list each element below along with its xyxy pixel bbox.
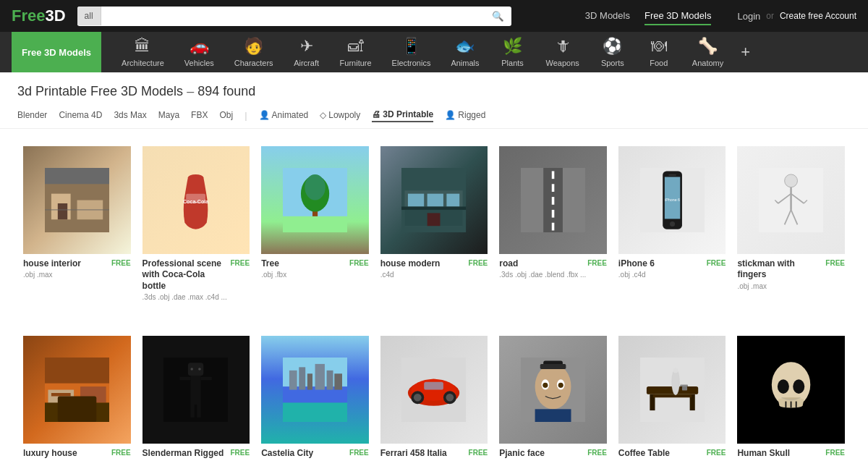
cat-weapons-label: Weapons	[546, 59, 579, 67]
model-card-house-modern[interactable]: house modern FREE .c4d	[375, 140, 494, 307]
search-button[interactable]: 🔍	[485, 7, 511, 26]
filter-maya[interactable]: Maya	[158, 109, 179, 122]
model-name: stickman with fingers	[737, 258, 822, 281]
free-badge: FREE	[825, 259, 845, 267]
model-card-iphone6[interactable]: iPhone 6 iPhone 6 FREE .obj .c4d	[613, 140, 732, 307]
model-thumb	[23, 146, 131, 254]
model-info: house interior FREE	[23, 258, 131, 270]
cat-aircraft[interactable]: ✈ Aircraft	[285, 33, 328, 72]
filter-3d-printable[interactable]: 🖨3D Printable	[372, 108, 433, 122]
model-card-castelia[interactable]: Castelia City FREE .3ds .obj .dae .fbx .…	[255, 330, 375, 461]
svg-rect-4	[58, 203, 67, 219]
separator: or	[766, 11, 774, 21]
model-name: Human Skull	[737, 448, 822, 460]
model-info: road FREE	[499, 258, 607, 270]
logo[interactable]: Free3D	[12, 7, 66, 25]
model-card-luxury[interactable]: luxury house interior FREE .obj .max	[17, 330, 137, 461]
cat-anatomy[interactable]: 🦴 Anatomy	[684, 33, 732, 72]
model-card-tree[interactable]: Tree FREE .obj .fbx	[255, 140, 375, 307]
svg-rect-33	[668, 174, 676, 176]
model-formats: .obj .fbx	[261, 271, 369, 279]
svg-rect-65	[299, 367, 305, 389]
cat-animals[interactable]: 🐟 Animals	[442, 33, 488, 72]
main-nav: 3D Models Free 3D Models	[585, 7, 712, 25]
cat-vehicles-label: Vehicles	[184, 59, 214, 67]
cat-plants-label: Plants	[501, 59, 524, 67]
cat-electronics[interactable]: 📱 Electronics	[383, 33, 440, 72]
filter-fbx[interactable]: FBX	[191, 109, 208, 122]
filter-lowpoly[interactable]: ◇Lowpoly	[320, 109, 360, 122]
cat-architecture-label: Architecture	[122, 59, 164, 67]
cat-characters[interactable]: 🧑 Characters	[226, 33, 282, 72]
cat-food[interactable]: 🍽 Food	[637, 33, 681, 72]
more-categories-button[interactable]: +	[735, 38, 756, 66]
model-card-slenderman[interactable]: Slenderman Rigged FREE .c4d .fbx	[137, 330, 256, 461]
electronics-icon: 📱	[401, 37, 421, 56]
svg-point-36	[785, 174, 798, 187]
filter-rigged[interactable]: 👤Rigged	[445, 109, 485, 122]
filter-tabs: Blender Cinema 4D 3ds Max Maya FBX Obj |…	[17, 108, 851, 122]
model-formats: .obj .max	[23, 271, 131, 279]
search-label: all	[77, 7, 101, 25]
coffee-table-image	[640, 358, 705, 422]
cat-vehicles[interactable]: 🚗 Vehicles	[176, 33, 223, 72]
nav-3d-models[interactable]: 3D Models	[585, 7, 630, 25]
filter-blender[interactable]: Blender	[17, 109, 47, 122]
slenderman-image	[163, 358, 228, 422]
cat-architecture[interactable]: 🏛 Architecture	[113, 33, 173, 72]
model-info: stickman with fingers FREE	[737, 258, 845, 281]
model-card-pjanic[interactable]: Pjanic face FREE .3ds .obj .dae .blend .…	[493, 330, 613, 461]
nav-free-3d[interactable]: Free 3D Models	[644, 7, 711, 25]
model-card-house-interior[interactable]: house interior FREE .obj .max	[17, 140, 137, 307]
model-thumb	[142, 336, 250, 444]
cat-characters-label: Characters	[234, 59, 273, 67]
free-badge: FREE	[587, 449, 607, 457]
model-info: house modern FREE	[380, 258, 488, 270]
cat-furniture[interactable]: 🛋 Furniture	[331, 33, 380, 72]
plants-icon: 🌿	[503, 37, 522, 56]
svg-point-32	[670, 221, 675, 227]
model-formats: .obj .max	[737, 282, 845, 290]
search-input[interactable]	[101, 7, 485, 26]
model-thumb	[261, 146, 369, 254]
model-name: house modern	[380, 258, 466, 270]
aircraft-icon: ✈	[300, 37, 313, 56]
filter-obj[interactable]: Obj	[219, 109, 233, 122]
model-info: Ferrari 458 Italia (textured) FREE	[380, 448, 488, 461]
model-card-coca-cola[interactable]: Coca-Cola Professional scene with Coca-C…	[137, 140, 256, 307]
svg-rect-16	[408, 193, 424, 206]
model-info: Professional scene with Coca-Cola bottle…	[142, 258, 250, 292]
model-card-road[interactable]: road FREE .3ds .obj .dae .blend .fbx ...	[493, 140, 613, 307]
svg-rect-28	[552, 222, 555, 230]
model-card-skull[interactable]: Human Skull FREE .3ds .obj .max	[731, 330, 851, 461]
model-card-ferrari[interactable]: Ferrari 458 Italia (textured) FREE .c4d	[375, 330, 494, 461]
model-formats: .c4d	[380, 271, 488, 279]
svg-rect-27	[552, 210, 555, 218]
model-thumb: iPhone 6	[618, 146, 726, 254]
model-card-stickman[interactable]: stickman with fingers FREE .obj .max	[731, 140, 851, 307]
model-thumb	[380, 146, 488, 254]
svg-rect-8	[186, 193, 205, 203]
svg-rect-90	[652, 394, 691, 397]
filter-cinema4d[interactable]: Cinema 4D	[59, 109, 102, 122]
lowpoly-icon: ◇	[320, 110, 326, 120]
free-badge: FREE	[469, 259, 488, 267]
create-account-button[interactable]: Create free Account	[780, 11, 856, 21]
cat-sports[interactable]: ⚽ Sports	[591, 33, 634, 72]
model-name: house interior	[23, 258, 109, 270]
cat-aircraft-label: Aircraft	[294, 59, 319, 67]
cat-plants[interactable]: 🌿 Plants	[491, 33, 535, 72]
model-name: Coffee Table	[618, 448, 704, 460]
svg-rect-63	[283, 402, 347, 422]
filter-animated[interactable]: 👤Animated	[259, 109, 309, 122]
model-card-coffee-table[interactable]: Coffee Table FREE .obj .max	[613, 330, 732, 461]
login-link[interactable]: Login	[737, 11, 760, 22]
svg-rect-51	[58, 397, 96, 423]
cat-weapons[interactable]: 🗡 Weapons	[537, 33, 588, 72]
filter-3dsmax[interactable]: 3ds Max	[114, 109, 146, 122]
svg-point-82	[558, 383, 563, 388]
categories: 🏛 Architecture 🚗 Vehicles 🧑 Characters ✈…	[113, 33, 856, 72]
model-name: Ferrari 458 Italia (textured)	[380, 448, 466, 461]
free-3d-button[interactable]: Free 3D Models	[12, 32, 101, 72]
free-badge: FREE	[111, 449, 131, 457]
